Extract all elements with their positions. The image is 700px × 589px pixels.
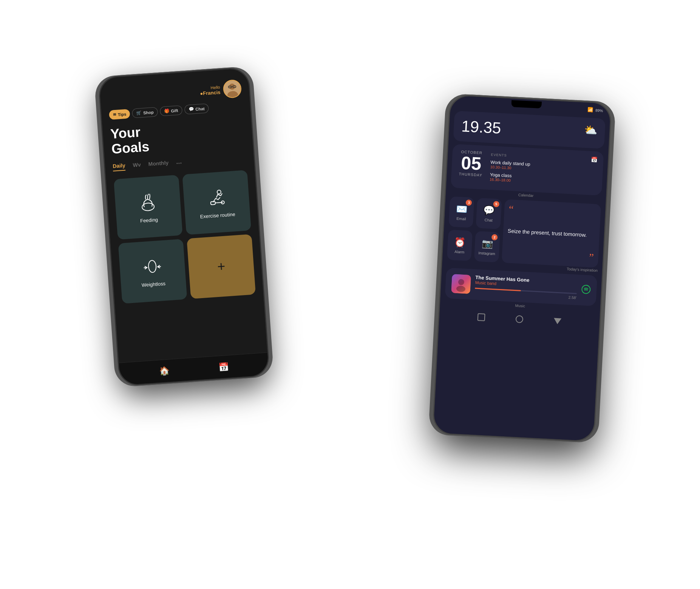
- wifi-icon: 📶: [587, 107, 593, 113]
- spotify-icon[interactable]: [581, 284, 590, 296]
- phone2-screen: 📶 89% 19.35 ⛅ OCTOBER 05 THURSDAY EVENTS: [433, 95, 610, 441]
- svg-point-7: [217, 190, 221, 194]
- p2-day: 05: [457, 153, 485, 173]
- music-thumbnail: [451, 274, 471, 294]
- music-info: The Summer Has Gone Music band 2.58': [474, 274, 577, 300]
- gift-icon: 🎁: [164, 108, 170, 113]
- add-icon: +: [216, 258, 226, 274]
- event-2: Yoga class 16.30–18.00: [489, 172, 584, 186]
- p2-events-list: EVENTS Work daily stand up 10.30–11.30 Y…: [489, 151, 585, 189]
- shop-label: Shop: [143, 110, 153, 115]
- goal-exercise[interactable]: Exercise routine: [182, 170, 251, 235]
- quote-close: ”: [506, 247, 594, 263]
- p1-nav-bar: 🏠 📅: [119, 352, 269, 385]
- svg-point-11: [148, 260, 156, 272]
- exercise-label: Exercise routine: [200, 211, 235, 219]
- chat-widget[interactable]: 5 💬 Chat: [476, 198, 502, 229]
- instagram-icon: 📷: [481, 238, 493, 249]
- calendar-icon: 📅: [590, 156, 597, 163]
- quote-text: Seize the present, trust tomorrow.: [507, 227, 595, 240]
- svg-rect-8: [210, 201, 215, 204]
- p2-middle-section: 3 ✉️ Email 5 💬 Chat ⏰ Alarm: [447, 196, 601, 267]
- gift-label: Gift: [171, 108, 178, 113]
- p2-time-weather: 19.35 ⛅: [453, 111, 606, 149]
- music-duration: 2.58': [474, 290, 576, 300]
- quote-widget: “ Seize the present, trust tomorrow. ”: [501, 199, 601, 267]
- chat-icon: 💬: [188, 107, 194, 112]
- pill-chat[interactable]: 💬 Chat: [184, 103, 209, 114]
- email-badge: 3: [465, 199, 472, 206]
- goal-weightloss[interactable]: Weightloss: [118, 239, 187, 304]
- nav-back-icon[interactable]: [553, 318, 561, 324]
- email-icon: ✉️: [456, 203, 467, 215]
- event-1: Work daily stand up 10.30–11.30: [490, 159, 584, 174]
- tab-monthly[interactable]: Monthly: [148, 159, 169, 169]
- instagram-widget[interactable]: 2 📷 Instagram: [474, 231, 500, 262]
- p1-tabs: Daily Wv Monthly ...: [112, 153, 246, 172]
- p1-title: Your Goals: [110, 117, 246, 156]
- inspiration-label: Today's inspiration: [566, 267, 597, 272]
- svg-point-15: [581, 285, 590, 294]
- quote-open: “: [508, 204, 596, 219]
- email-label: Email: [456, 216, 466, 221]
- alarm-widget[interactable]: ⏰ Alarm: [447, 229, 473, 261]
- tips-label: Tips: [117, 111, 126, 117]
- title-line1: Your: [110, 124, 141, 141]
- nav-square-icon[interactable]: [477, 313, 485, 321]
- chat-label: Chat: [195, 106, 204, 111]
- instagram-label: Instagram: [478, 250, 495, 255]
- goal-add[interactable]: +: [187, 234, 256, 299]
- chat-icon: 💬: [483, 204, 494, 216]
- alarm-icon: ⏰: [454, 237, 465, 248]
- shop-icon: 🛒: [136, 110, 142, 116]
- pill-shop[interactable]: 🛒 Shop: [132, 107, 158, 118]
- scene: Hello ●Francis: [86, 49, 615, 540]
- feeding-label: Feeding: [140, 216, 158, 223]
- nav-home-icon[interactable]: 🏠: [159, 366, 170, 376]
- nav-calendar-icon[interactable]: 📅: [218, 362, 229, 372]
- p2-calendar-widget[interactable]: OCTOBER 05 THURSDAY EVENTS Work daily st…: [450, 144, 604, 195]
- phone1-device: Hello ●Francis: [97, 67, 270, 386]
- phone2-device: 📶 89% 19.35 ⛅ OCTOBER 05 THURSDAY EVENTS: [432, 94, 612, 442]
- p2-clock: 19.35: [461, 117, 501, 137]
- email-widget[interactable]: 3 ✉️ Email: [448, 196, 474, 227]
- chat-label: Chat: [484, 218, 493, 222]
- avatar: [223, 79, 242, 98]
- p1-header: Hello ●Francis: [107, 76, 242, 107]
- p2-icon-grid: 3 ✉️ Email 5 💬 Chat ⏰ Alarm: [447, 196, 502, 262]
- p2-date: OCTOBER 05 THURSDAY: [457, 149, 485, 184]
- tips-icon: ≋: [113, 112, 116, 117]
- nav-circle-icon[interactable]: [515, 315, 523, 323]
- title-line2: Goals: [111, 138, 150, 156]
- p1-greeting: Hello ●Francis: [199, 84, 221, 96]
- weather-icon: ⛅: [584, 124, 598, 137]
- p1-name-text: ●Francis: [199, 89, 220, 96]
- tab-weekly[interactable]: Wv: [133, 161, 141, 169]
- goals-grid: Feeding Exercise routine: [113, 170, 255, 304]
- music-widget[interactable]: The Summer Has Gone Music band 2.58': [445, 267, 597, 306]
- weightloss-label: Weightloss: [141, 280, 165, 288]
- tab-daily[interactable]: Daily: [112, 162, 125, 171]
- battery-text: 89%: [595, 108, 603, 113]
- p2-notch-area: [511, 100, 542, 108]
- chat-badge: 5: [493, 201, 499, 207]
- pill-tips[interactable]: ≋ Tips: [109, 109, 130, 120]
- phone1-screen: Hello ●Francis: [99, 68, 269, 385]
- goal-feeding[interactable]: Feeding: [113, 175, 182, 240]
- alarm-label: Alarm: [454, 249, 464, 254]
- instagram-badge: 2: [491, 234, 498, 240]
- tab-more[interactable]: ...: [176, 158, 182, 167]
- pill-gift[interactable]: 🎁 Gift: [159, 105, 182, 116]
